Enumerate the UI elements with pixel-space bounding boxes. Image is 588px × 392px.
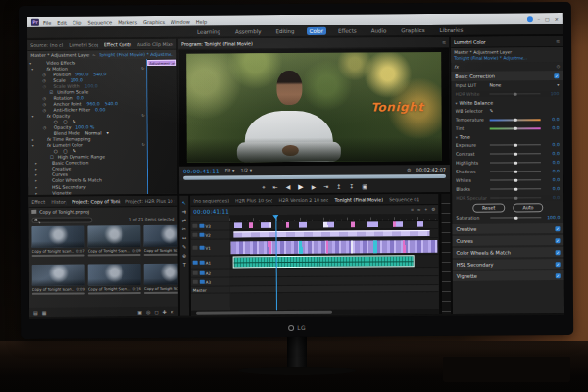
auto-button[interactable]: Auto	[513, 203, 543, 212]
workspace-tab[interactable]: Editing	[272, 26, 297, 34]
mute-icon[interactable]	[199, 260, 204, 265]
tint-slider[interactable]	[490, 127, 541, 129]
track-header-v2[interactable]: V2	[190, 230, 229, 239]
effect-value-2[interactable]: 540.0	[105, 101, 118, 106]
workspace-tab[interactable]: Audio	[368, 26, 390, 34]
section-checkbox[interactable]: ✓	[554, 74, 559, 78]
sequence-tab[interactable]: (no sequences)	[193, 198, 229, 203]
slider-track[interactable]	[490, 188, 541, 189]
track-lock-icon[interactable]	[192, 232, 197, 237]
effect-value[interactable]: 960.0	[87, 101, 100, 106]
input-lut-value[interactable]: None	[489, 83, 501, 88]
workspace-tab[interactable]: Graphics	[398, 26, 427, 34]
clip-scrub-bar[interactable]	[32, 293, 85, 295]
workspace-tab[interactable]: Effects	[335, 26, 360, 34]
slider-track[interactable]	[490, 217, 541, 218]
panel-tab[interactable]: Audio Clip Mixer: To	[137, 41, 173, 46]
track-target-icon[interactable]	[199, 223, 204, 228]
transport-button[interactable]: ↧	[349, 183, 354, 190]
stopwatch-icon[interactable]: ◷	[42, 83, 47, 88]
video-preview[interactable]: Tonight	[178, 48, 450, 167]
mute-icon[interactable]	[199, 270, 204, 275]
close-button[interactable]: ✕	[555, 16, 559, 22]
track-header-master[interactable]: Master	[191, 286, 230, 293]
automate-sequence-icon[interactable]: ▣	[137, 309, 142, 315]
effect-value[interactable]: 0.0	[77, 95, 84, 100]
sequence-tab[interactable]: Tonight (Final Movie)	[335, 197, 383, 202]
reset-icon[interactable]: ↻	[141, 66, 144, 71]
stopwatch-icon[interactable]: ◷	[42, 77, 47, 82]
checkbox-icon[interactable]: ☐	[50, 155, 54, 160]
lumetri-section[interactable]: Curves ✓	[452, 235, 564, 246]
panel-tab[interactable]: Lumetri Scopes	[69, 42, 98, 47]
adjustment-layer-clip[interactable]: Adjustment Layer	[147, 60, 176, 66]
checkbox-icon[interactable]: ☑	[49, 89, 53, 94]
track-target-icon[interactable]	[193, 279, 198, 284]
disclosure-icon[interactable]: ▸	[35, 161, 39, 166]
new-item-icon[interactable]: ✚	[163, 308, 167, 314]
clip-item[interactable]: Copy of Tonight Scen... 0:07	[31, 226, 84, 262]
disclosure-icon[interactable]: ▸	[35, 190, 39, 195]
track-target-icon[interactable]	[199, 232, 204, 237]
slider-knob[interactable]	[514, 170, 517, 173]
slider-track[interactable]	[490, 197, 541, 198]
effect-row[interactable]: ▸ Vignette	[28, 189, 147, 195]
transport-button[interactable]: ⇤	[273, 183, 278, 190]
effect-value[interactable]: Normal	[85, 130, 102, 135]
clip-thumbnail[interactable]	[87, 225, 140, 247]
slider-knob[interactable]	[514, 161, 517, 165]
transport-button[interactable]: ▶	[312, 183, 317, 190]
slider-knob[interactable]	[514, 143, 517, 147]
clip-item[interactable]: Copy of Tonight Scen... 0:09	[144, 264, 178, 299]
search-input[interactable]	[31, 217, 92, 222]
minimize-button[interactable]: –	[537, 16, 540, 22]
transport-button[interactable]: ⇥	[323, 183, 328, 190]
list-view-icon[interactable]: ▤	[33, 309, 38, 315]
stopwatch-icon[interactable]: ◷	[43, 102, 48, 107]
timeline-settings-icon[interactable]: ⚙	[431, 207, 435, 212]
panel-menu-icon[interactable]: ≡	[556, 38, 560, 44]
reset-icon[interactable]: ↻	[141, 142, 144, 147]
clip-scrub-bar[interactable]	[88, 254, 141, 256]
track-target-icon[interactable]	[193, 270, 198, 275]
effect-value[interactable]: 100.0	[85, 83, 98, 88]
slider-knob[interactable]	[514, 196, 517, 200]
tone-slider-row[interactable]: HDR Specular 0.0	[452, 193, 564, 203]
disclosure-icon[interactable]: ▸	[35, 167, 39, 172]
section-checkbox[interactable]: ✓	[555, 226, 560, 231]
tool-button[interactable]: ✎	[182, 244, 186, 250]
clip-item[interactable]: Copy of Tonight Scen... 0:09	[32, 265, 85, 300]
sequence-tab[interactable]: Sequence 01	[389, 197, 419, 202]
slider-knob[interactable]	[514, 187, 517, 191]
panel-tab[interactable]: History	[51, 199, 66, 204]
find-icon[interactable]: ◎	[146, 309, 150, 315]
reset-icon[interactable]: ↻	[141, 113, 144, 118]
disclosure-icon[interactable]: ▸	[32, 137, 36, 142]
playhead-timecode[interactable]: 00:00:41:11	[183, 168, 220, 173]
clip-thumbnail[interactable]	[32, 265, 85, 286]
slider-knob[interactable]	[514, 178, 517, 182]
fx-menu-icon[interactable]: ⊙	[556, 64, 560, 69]
transport-button[interactable]: ↥	[336, 183, 341, 190]
transport-button[interactable]: ⌖	[262, 183, 265, 191]
disclosure-icon[interactable]: ▸	[35, 178, 39, 183]
disclosure-icon[interactable]: ▸	[35, 172, 39, 177]
panel-tab[interactable]: Source: (no clips)	[30, 42, 63, 47]
slider-knob[interactable]	[514, 216, 518, 220]
clip-scrub-bar[interactable]	[32, 255, 85, 257]
panel-tab[interactable]: Project: H2R Plus 10 sec	[125, 198, 174, 203]
thumbnail-view-icon[interactable]: ▦	[42, 309, 47, 315]
panel-tab[interactable]: Effects	[31, 199, 45, 204]
menu-item[interactable]: Clip	[73, 19, 81, 24]
maximize-button[interactable]: ▢	[545, 16, 550, 22]
eyedropper-icon[interactable]: ✎	[490, 109, 495, 114]
timeline-scrollbar[interactable]	[196, 311, 332, 315]
disclosure-icon[interactable]: ▾	[32, 114, 36, 119]
snap-icon[interactable]: ⌗	[411, 207, 414, 212]
section-checkbox[interactable]: ✓	[556, 262, 561, 267]
clip-thumbnail[interactable]	[88, 264, 141, 285]
adjustment-layer-clip-bar[interactable]	[234, 230, 430, 237]
section-checkbox[interactable]: ✓	[556, 273, 561, 278]
clip-scrub-bar[interactable]	[144, 292, 178, 294]
delete-icon[interactable]: ✕	[171, 308, 174, 314]
